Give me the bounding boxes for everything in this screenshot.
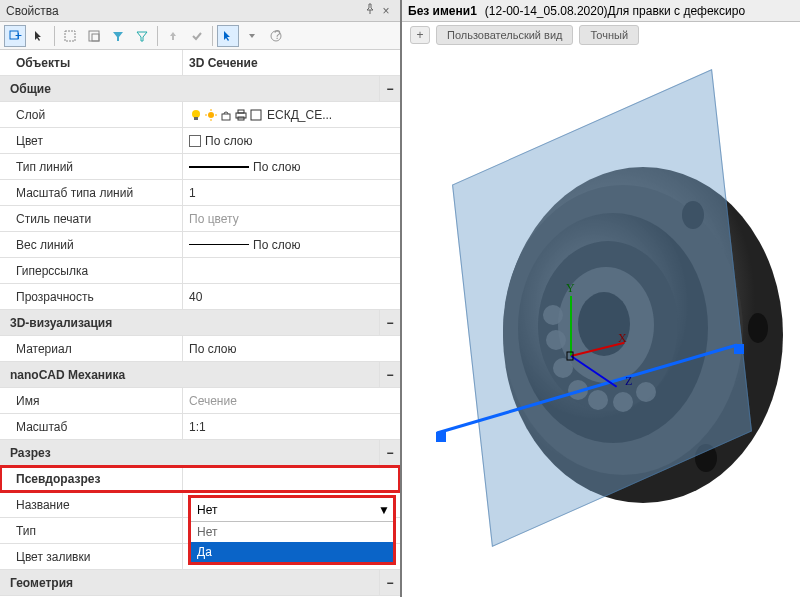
close-icon[interactable]: × [378, 4, 394, 18]
linescale-value[interactable]: 1 [183, 180, 400, 205]
collapse-icon[interactable]: − [380, 576, 400, 590]
group-3dviz[interactable]: 3D-визуализация − [0, 310, 400, 336]
y-axis-label: Y [566, 281, 575, 296]
viewport-header: Без имени1 (12-00-14_05.08.2020)Для прав… [402, 0, 800, 22]
view-pill-custom[interactable]: Пользовательский вид [436, 25, 573, 45]
collapse-icon[interactable]: − [380, 82, 400, 96]
svg-text:?: ? [274, 29, 281, 42]
model-viewport[interactable]: Y X Z [402, 48, 800, 597]
add-view-button[interactable]: + [410, 26, 430, 44]
group-section[interactable]: Разрез − [0, 440, 400, 466]
objects-label: Объекты [0, 50, 183, 75]
y-axis[interactable] [570, 296, 572, 356]
toolbar-separator [54, 26, 55, 46]
name-row: Имя Сечение [0, 388, 400, 414]
document-tab[interactable]: Без имени1 [408, 4, 477, 18]
print-icon [234, 108, 248, 122]
panel-title: Свойства [6, 4, 362, 18]
svg-point-7 [192, 110, 200, 118]
svg-text:+: + [15, 29, 22, 43]
document-info: (12-00-14_05.08.2020)Для правки с дефекс… [485, 4, 745, 18]
svg-rect-18 [251, 110, 261, 120]
hyperlink-value[interactable] [183, 258, 400, 283]
box-2-icon[interactable] [83, 25, 105, 47]
group-nanocad[interactable]: nanoCAD Механика − [0, 362, 400, 388]
group-general[interactable]: Общие − [0, 76, 400, 102]
chevron-down-icon[interactable]: ▼ [375, 503, 393, 517]
properties-toolbar: + ? [0, 22, 400, 50]
check-icon[interactable] [186, 25, 208, 47]
x-axis-label: X [618, 331, 627, 346]
properties-panel: Свойства × + ? Объекты 3D Сечение Общие … [0, 0, 402, 597]
dropdown-triangle-icon[interactable] [241, 25, 263, 47]
view-pill-precise[interactable]: Точный [579, 25, 639, 45]
collapse-icon[interactable]: − [380, 368, 400, 382]
pseudosection-dropdown[interactable]: Нет ▼ Нет Да [188, 495, 396, 565]
origin-icon [565, 351, 575, 361]
toolbar-separator [212, 26, 213, 46]
panel-header: Свойства × [0, 0, 400, 22]
svg-line-35 [437, 345, 737, 433]
select-cursor-icon[interactable] [217, 25, 239, 47]
toolbar-separator [157, 26, 158, 46]
layer-swatch-icon [249, 108, 263, 122]
color-value[interactable]: По слою [183, 128, 400, 153]
linescale-row: Масштаб типа линий 1 [0, 180, 400, 206]
color-swatch [189, 135, 201, 147]
line-sample-icon [189, 244, 249, 245]
help-icon[interactable]: ? [265, 25, 287, 47]
dropdown-display[interactable]: Нет ▼ [191, 498, 393, 522]
lineweight-value[interactable]: По слою [183, 232, 400, 257]
svg-point-9 [208, 112, 214, 118]
dropdown-option-no[interactable]: Нет [191, 522, 393, 542]
name-value: Сечение [183, 388, 400, 413]
plotstyle-row: Стиль печати По цвету [0, 206, 400, 232]
color-row: Цвет По слою [0, 128, 400, 154]
add-selection-icon[interactable]: + [4, 25, 26, 47]
plotstyle-value: По цвету [183, 206, 400, 231]
filter-blue-icon[interactable] [107, 25, 129, 47]
pin-icon[interactable] [362, 3, 378, 18]
transparency-value[interactable]: 40 [183, 284, 400, 309]
scale-value[interactable]: 1:1 [183, 414, 400, 439]
dropdown-option-yes[interactable]: Да [191, 542, 393, 562]
section-line[interactable] [432, 333, 742, 443]
view-breadcrumb: + Пользовательский вид Точный [402, 22, 800, 48]
z-axis-label: Z [625, 374, 632, 389]
svg-point-33 [748, 313, 768, 343]
svg-rect-16 [238, 110, 244, 113]
section-grip[interactable] [734, 344, 744, 354]
hyperlink-row: Гиперссылка [0, 258, 400, 284]
svg-rect-4 [92, 34, 99, 41]
transparency-row: Прозрачность 40 [0, 284, 400, 310]
objects-row: Объекты 3D Сечение [0, 50, 400, 76]
line-sample-icon [189, 166, 249, 168]
sun-icon [204, 108, 218, 122]
filter-teal-icon[interactable] [131, 25, 153, 47]
svg-rect-36 [567, 352, 573, 360]
svg-rect-14 [222, 114, 230, 120]
arrow-up-icon[interactable] [162, 25, 184, 47]
objects-value[interactable]: 3D Сечение [183, 50, 400, 75]
layer-icons [189, 108, 263, 122]
collapse-icon[interactable]: − [380, 316, 400, 330]
collapse-icon[interactable]: − [380, 446, 400, 460]
linetype-row: Тип линий По слою [0, 154, 400, 180]
cursor-icon[interactable] [28, 25, 50, 47]
pseudosection-value[interactable] [183, 466, 400, 491]
linetype-value[interactable]: По слою [183, 154, 400, 179]
svg-rect-3 [89, 31, 99, 41]
svg-rect-8 [194, 117, 198, 120]
material-value[interactable]: По слою [183, 336, 400, 361]
group-geometry[interactable]: Геометрия − [0, 570, 400, 596]
box-1-icon[interactable] [59, 25, 81, 47]
pseudosection-row: Псевдоразрез [0, 466, 400, 492]
layer-row: Слой ЕСКД_СЕ... [0, 102, 400, 128]
scale-row: Масштаб 1:1 [0, 414, 400, 440]
layer-value[interactable]: ЕСКД_СЕ... [183, 102, 400, 127]
axis-gizmo[interactable]: Y X Z [570, 356, 571, 357]
lineweight-row: Вес линий По слою [0, 232, 400, 258]
viewport-panel: Без имени1 (12-00-14_05.08.2020)Для прав… [402, 0, 800, 597]
section-grip[interactable] [436, 432, 446, 442]
lock-icon [219, 108, 233, 122]
